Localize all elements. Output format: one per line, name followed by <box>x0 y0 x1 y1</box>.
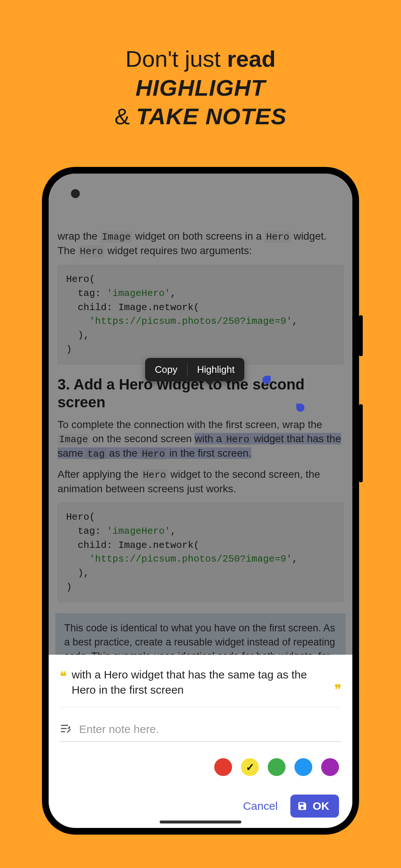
promo-heading: Don't just read HIGHLIGHT & TAKE NOTES <box>0 0 401 131</box>
color-option-purple[interactable] <box>321 758 339 776</box>
highlight-quote-row: ❝ with a Hero widget that has the same t… <box>60 655 341 707</box>
code-block: Hero( tag: 'imageHero', child: Image.net… <box>58 265 343 364</box>
selection-handle-end[interactable] <box>296 404 304 412</box>
article-paragraph: To complete the connection with the firs… <box>58 418 343 461</box>
phone-camera <box>71 189 80 198</box>
color-option-green[interactable] <box>268 758 286 776</box>
article-paragraph: After applying the Hero widget to the se… <box>58 467 343 496</box>
selection-context-menu: Copy Highlight <box>145 358 244 381</box>
phone-frame: wrap the Image widget on both screens in… <box>42 167 359 835</box>
highlight-quote-text: with a Hero widget that has the same tag… <box>72 667 329 697</box>
android-nav-pill[interactable] <box>160 821 241 823</box>
note-input-row <box>60 707 341 742</box>
ok-button[interactable]: OK <box>290 795 339 818</box>
quote-open-icon: ❝ <box>60 669 66 684</box>
note-input[interactable] <box>79 723 341 736</box>
note-actions-row: Cancel OK <box>60 780 341 818</box>
color-option-yellow[interactable] <box>241 758 259 776</box>
color-option-red[interactable] <box>214 758 232 776</box>
color-option-blue[interactable] <box>294 758 312 776</box>
selection-handle-start[interactable] <box>263 376 271 384</box>
phone-side-button <box>359 404 363 482</box>
article-paragraph: wrap the Image widget on both screens in… <box>58 229 343 258</box>
edit-note-icon <box>60 722 72 736</box>
promo-line1-pre: Don't just <box>125 46 227 72</box>
note-panel: ❝ with a Hero widget that has the same t… <box>49 655 352 828</box>
context-menu-copy[interactable]: Copy <box>145 358 187 381</box>
promo-line1-bold: read <box>227 46 276 72</box>
promo-line2: HIGHLIGHT <box>0 73 401 102</box>
context-menu-highlight[interactable]: Highlight <box>188 358 244 381</box>
phone-side-button <box>359 315 363 356</box>
cancel-button[interactable]: Cancel <box>241 796 280 816</box>
code-block: Hero( tag: 'imageHero', child: Image.net… <box>58 503 343 602</box>
ok-button-label: OK <box>313 800 329 812</box>
promo-line3-amp: & <box>114 103 136 129</box>
highlight-color-picker <box>60 742 341 780</box>
save-icon <box>297 801 307 811</box>
promo-line3-em: TAKE NOTES <box>136 103 287 129</box>
quote-close-icon: ❞ <box>335 682 341 697</box>
